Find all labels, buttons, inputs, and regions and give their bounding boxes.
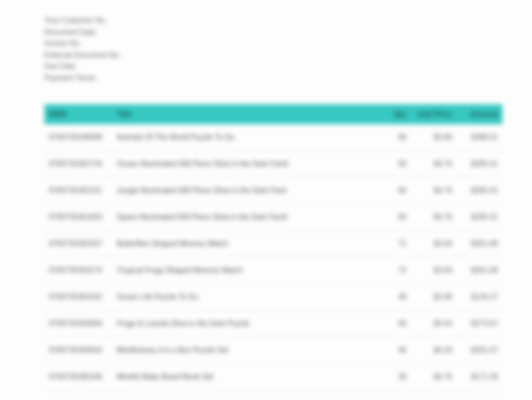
cell-unit-price: $3.88 — [411, 124, 457, 151]
meta-customer-no: Your Customer No. — [44, 15, 502, 27]
cell-qty: 60 — [380, 177, 411, 204]
cell-isbn: 9780735361683 — [44, 204, 112, 231]
cell-unit-price: $4.76 — [411, 177, 457, 204]
cell-title: Ocean Illuminated 500 Piece Glow in the … — [112, 151, 380, 177]
cell-title: Mindfulness 4 in a Box Puzzle Set — [112, 337, 380, 364]
cell-unit-price: $2.88 — [411, 284, 457, 311]
cell-qty: 72 — [380, 257, 411, 284]
cell-title: Butterflies Shaped Memory Match — [112, 231, 380, 257]
cell-qty: 48 — [380, 284, 411, 311]
table-header-row: ISBN Title Qty Unit Price Amount — [44, 104, 502, 124]
cell-amount: $285.41 — [457, 151, 502, 177]
cell-isbn: 9780735349988 — [44, 124, 112, 151]
cell-unit-price: $4.76 — [411, 151, 457, 177]
table-row: 9780735363342Ocean Life Puzzle To Go48$2… — [44, 284, 502, 311]
cell-unit-price: $3.64 — [411, 231, 457, 257]
cell-isbn: 9780735363342 — [44, 284, 112, 311]
document-meta: Your Customer No. Document Date Invoice … — [44, 15, 502, 84]
cell-amount: $261.88 — [457, 231, 502, 257]
cell-amount: $134.27 — [457, 284, 502, 311]
col-amount: Amount — [457, 104, 502, 124]
table-row: 9780735362734Ocean Illuminated 500 Piece… — [44, 151, 502, 177]
cell-unit-price: $4.76 — [411, 204, 457, 231]
table-row: 9780735363694Frogs & Lizards Glow in the… — [44, 311, 502, 337]
cell-unit-price: $3.64 — [411, 257, 457, 284]
cell-isbn: 9780735365346 — [44, 364, 112, 390]
cell-amount: $398.51 — [457, 124, 502, 151]
cell-qty: 96 — [380, 124, 411, 151]
cell-amount: $201.47 — [457, 337, 502, 364]
table-row: 9780735349988Animals Of The World Puzzle… — [44, 124, 502, 151]
cell-isbn: 9780735363694 — [44, 311, 112, 337]
col-title: Title — [112, 104, 380, 124]
cell-title: Mindful Baby Board Book Set — [112, 364, 380, 390]
table-row: 9780735363267Butterflies Shaped Memory M… — [44, 231, 502, 257]
table-row: 9780735364943Mindfulness 4 in a Box Puzz… — [44, 337, 502, 364]
cell-unit-price: $3.43 — [411, 311, 457, 337]
meta-external-doc: External Document No. — [44, 50, 502, 61]
meta-document-date: Document Date — [44, 27, 502, 38]
cell-title: Frogs & Lizards Glow in the Dark Puzzle — [112, 311, 380, 337]
meta-invoice-no: Invoice No. — [44, 38, 502, 50]
line-items-table: ISBN Title Qty Unit Price Amount 9780735… — [44, 104, 502, 390]
cell-unit-price: $4.20 — [411, 337, 457, 364]
table-row: 9780735361683Space Illuminated 500 Piece… — [44, 204, 502, 231]
cell-title: Animals Of The World Puzzle To Go — [112, 124, 380, 151]
cell-title: Space Illuminated 500 Piece Glow in the … — [112, 204, 380, 231]
col-unit-price: Unit Price — [411, 104, 457, 124]
cell-amount: $273.67 — [457, 311, 502, 337]
cell-qty: 60 — [380, 151, 411, 177]
col-isbn: ISBN — [44, 104, 112, 124]
cell-isbn: 9780735363267 — [44, 231, 112, 257]
meta-due-date: Due Date — [44, 61, 502, 72]
meta-payment-terms: Payment Terms — [44, 72, 502, 84]
cell-qty: 80 — [380, 311, 411, 337]
cell-isbn: 9780735363274 — [44, 257, 112, 284]
cell-isbn: 9780735362161 — [44, 177, 112, 204]
cell-unit-price: $4.76 — [411, 364, 457, 390]
table-row: 9780735363274Tropical Frogs Shaped Memor… — [44, 257, 502, 284]
cell-qty: 36 — [380, 364, 411, 390]
cell-title: Tropical Frogs Shaped Memory Match — [112, 257, 380, 284]
col-qty: Qty — [380, 104, 411, 124]
cell-title: Ocean Life Puzzle To Go — [112, 284, 380, 311]
cell-isbn: 9780735362734 — [44, 151, 112, 177]
cell-amount: $285.41 — [457, 177, 502, 204]
cell-title: Jungle Illuminated 500 Piece Glow in the… — [112, 177, 380, 204]
cell-amount: $171.26 — [457, 364, 502, 390]
cell-isbn: 9780735364943 — [44, 337, 112, 364]
table-row: 9780735362161Jungle Illuminated 500 Piec… — [44, 177, 502, 204]
cell-qty: 60 — [380, 204, 411, 231]
cell-amount: $261.88 — [457, 257, 502, 284]
cell-qty: 72 — [380, 231, 411, 257]
table-row: 9780735365346Mindful Baby Board Book Set… — [44, 364, 502, 390]
cell-amount: $285.41 — [457, 204, 502, 231]
cell-qty: 48 — [380, 337, 411, 364]
